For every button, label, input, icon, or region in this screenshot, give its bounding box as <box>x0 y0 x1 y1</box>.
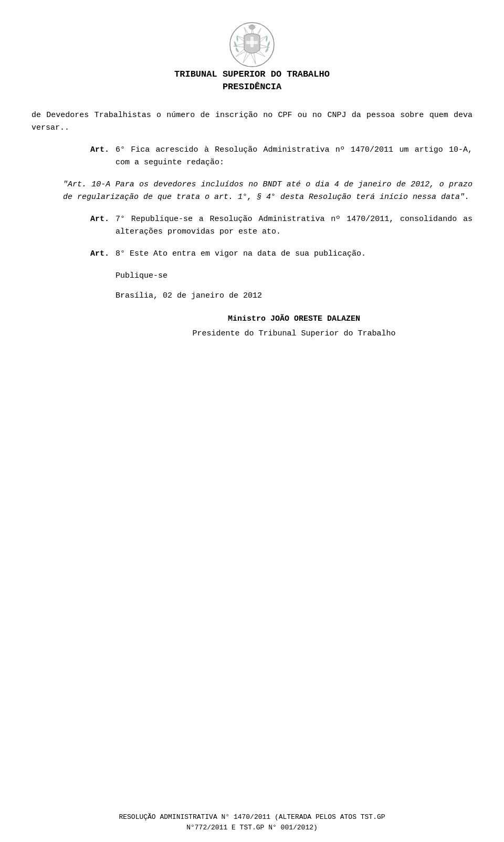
art10a-text: "Art. 10-A Para os devedores incluídos n… <box>63 180 472 202</box>
signature-block: Ministro JOÃO ORESTE DALAZEN Presidente … <box>32 313 472 340</box>
art7-text: 7° Republique-se a Resolução Administrat… <box>116 215 472 236</box>
art7-left: Art. <box>32 213 116 238</box>
svg-rect-3 <box>246 41 258 44</box>
header: TRIBUNAL SUPERIOR DO TRABALHO PRESIDÊNCI… <box>174 21 330 93</box>
footer-line1: RESOLUÇÃO ADMINISTRATIVA N° 1470/2011 (A… <box>0 812 504 823</box>
art8-block: Art. 8° Este Ato entra em vigor na data … <box>32 248 472 260</box>
minister-name: Ministro JOÃO ORESTE DALAZEN <box>116 313 472 325</box>
coat-of-arms-icon <box>228 21 276 68</box>
main-content: de Devedores Trabalhistas o número de in… <box>32 109 472 340</box>
art6-left: Art. <box>32 144 116 169</box>
page: TRIBUNAL SUPERIOR DO TRABALHO PRESIDÊNCI… <box>0 0 504 842</box>
date-text: Brasília, 02 de janeiro de 2012 <box>116 291 262 300</box>
art6-right: 6° Fica acrescido à Resolução Administra… <box>116 144 472 169</box>
art7-label: Art. <box>90 215 109 224</box>
art8-label: Art. <box>90 249 109 258</box>
art8-left: Art. <box>32 248 116 260</box>
footer-line2: N°772/2011 E TST.GP N° 001/2012) <box>0 823 504 833</box>
art6-label: Art. <box>90 145 109 154</box>
art6-text: 6° Fica acrescido à Resolução Administra… <box>116 145 472 167</box>
minister-title: Presidente do Tribunal Superior do Traba… <box>116 328 472 340</box>
svg-point-4 <box>249 25 255 29</box>
art8-text: 8° Este Ato entra em vigor na data de su… <box>116 249 366 258</box>
art7-block: Art. 7° Republique-se a Resolução Admini… <box>32 213 472 238</box>
art6-block: Art. 6° Fica acrescido à Resolução Admin… <box>32 144 472 169</box>
art7-right: 7° Republique-se a Resolução Administrat… <box>116 213 472 238</box>
institution-title: TRIBUNAL SUPERIOR DO TRABALHO PRESIDÊNCI… <box>174 68 330 93</box>
art8-right: 8° Este Ato entra em vigor na data de su… <box>116 248 472 260</box>
art10a-quoted: "Art. 10-A Para os devedores incluídos n… <box>32 178 472 204</box>
date-block: Brasília, 02 de janeiro de 2012 <box>32 290 472 302</box>
footer: RESOLUÇÃO ADMINISTRATIVA N° 1470/2011 (A… <box>0 812 504 833</box>
publique-block: Publique-se <box>32 270 472 282</box>
publique-text: Publique-se <box>116 271 167 280</box>
intro-text: de Devedores Trabalhistas o número de in… <box>32 111 472 132</box>
intro-paragraph: de Devedores Trabalhistas o número de in… <box>32 109 472 134</box>
